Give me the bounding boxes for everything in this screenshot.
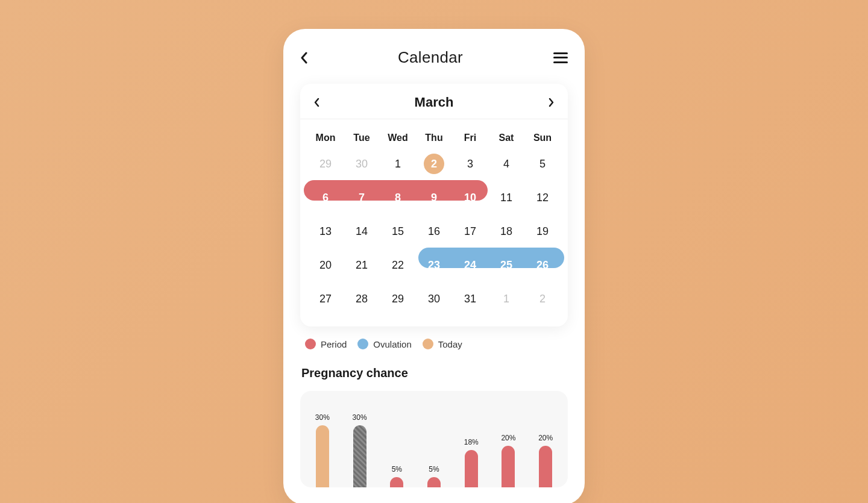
dow-label: Fri	[452, 128, 488, 147]
day-number: 23	[424, 255, 444, 275]
legend-ovulation-label: Ovulation	[373, 339, 411, 349]
day-number: 24	[460, 255, 480, 275]
day-number: 5	[532, 154, 553, 174]
day-cell[interactable]: 1	[380, 147, 416, 181]
bar-value-label: 30%	[315, 413, 330, 422]
day-number: 1	[496, 289, 517, 309]
day-number: 1	[388, 154, 408, 174]
legend-today: Today	[423, 339, 462, 349]
day-cell[interactable]: 1	[488, 282, 524, 316]
day-number: 22	[388, 255, 408, 275]
bar-value-label: 5%	[392, 465, 402, 473]
day-cell[interactable]: 4	[488, 147, 524, 181]
prev-month-icon[interactable]	[313, 98, 319, 107]
bar-fill	[316, 425, 329, 487]
day-number: 30	[351, 154, 372, 174]
day-cell[interactable]: 30	[416, 282, 452, 316]
chart-bar: 20%	[534, 403, 557, 487]
bar-fill	[465, 450, 478, 487]
day-number: 28	[351, 289, 372, 309]
day-number: 18	[496, 221, 517, 242]
day-number: 6	[315, 187, 336, 208]
day-number: 8	[388, 187, 408, 208]
today-dot-icon	[423, 339, 433, 349]
day-number: 2	[424, 154, 444, 174]
day-number: 17	[460, 221, 480, 242]
day-cell[interactable]: 8	[380, 181, 416, 214]
chart-bar: 30%	[348, 403, 371, 487]
day-cell[interactable]: 20	[307, 248, 344, 282]
day-cell[interactable]: 14	[344, 214, 380, 248]
dow-label: Thu	[416, 128, 452, 147]
bar-fill	[353, 425, 366, 487]
page-title: Calendar	[398, 48, 463, 67]
day-number: 13	[315, 221, 336, 242]
day-cell[interactable]: 21	[344, 248, 380, 282]
bar-fill	[502, 446, 515, 487]
day-number: 16	[424, 221, 444, 242]
day-cell[interactable]: 7	[344, 181, 380, 214]
menu-icon[interactable]	[553, 52, 568, 63]
bar-value-label: 20%	[501, 434, 515, 442]
bar-value-label: 18%	[464, 438, 479, 446]
day-cell[interactable]: 16	[416, 214, 452, 248]
day-cell[interactable]: 23	[416, 248, 452, 282]
bar-fill	[539, 446, 552, 487]
day-number: 21	[351, 255, 372, 275]
day-cell[interactable]: 29	[307, 147, 344, 181]
period-dot-icon	[305, 339, 316, 349]
calendar-card: March MonTueWedThuFriSatSun2930123456789…	[300, 84, 568, 326]
dow-label: Mon	[307, 128, 344, 147]
day-cell[interactable]: 12	[524, 181, 561, 214]
day-cell[interactable]: 17	[452, 214, 488, 248]
day-cell[interactable]: 30	[344, 147, 380, 181]
day-cell[interactable]: 19	[524, 214, 561, 248]
month-label: March	[415, 95, 454, 110]
app-header: Calendar	[300, 48, 568, 67]
day-cell[interactable]: 3	[452, 147, 488, 181]
day-cell[interactable]: 28	[344, 282, 380, 316]
bar-value-label: 30%	[353, 413, 367, 422]
day-number: 30	[424, 289, 444, 309]
day-cell[interactable]: 27	[307, 282, 344, 316]
day-cell[interactable]: 29	[380, 282, 416, 316]
day-number: 15	[388, 221, 408, 242]
day-number: 11	[496, 187, 517, 208]
day-cell[interactable]: 2	[416, 147, 452, 181]
legend-ovulation: Ovulation	[357, 339, 411, 349]
day-cell[interactable]: 22	[380, 248, 416, 282]
day-cell[interactable]: 24	[452, 248, 488, 282]
chart-bar: 18%	[460, 403, 483, 487]
day-cell[interactable]: 18	[488, 214, 524, 248]
day-cell[interactable]: 31	[452, 282, 488, 316]
day-number: 3	[460, 154, 480, 174]
day-cell[interactable]: 5	[524, 147, 561, 181]
pregnancy-chance-chart: 30%30%5%5%18%20%20%	[300, 391, 568, 487]
day-cell[interactable]: 26	[524, 248, 561, 282]
day-cell[interactable]: 10	[452, 181, 488, 214]
day-number: 26	[532, 255, 553, 275]
day-cell[interactable]: 13	[307, 214, 344, 248]
back-icon[interactable]	[300, 52, 307, 64]
chart-bar: 20%	[497, 403, 520, 487]
day-cell[interactable]: 6	[307, 181, 344, 214]
phone-frame: Calendar March MonTueWedThuFriSatSun2930…	[283, 29, 585, 503]
day-number: 4	[496, 154, 517, 174]
day-cell[interactable]: 9	[416, 181, 452, 214]
day-cell[interactable]: 25	[488, 248, 524, 282]
chart-bar: 5%	[423, 403, 445, 487]
day-number: 31	[460, 289, 480, 309]
day-cell[interactable]: 15	[380, 214, 416, 248]
day-cell[interactable]: 11	[488, 181, 524, 214]
next-month-icon[interactable]	[549, 98, 555, 107]
day-cell[interactable]: 2	[524, 282, 561, 316]
day-number: 2	[532, 289, 553, 309]
legend-period-label: Period	[321, 339, 347, 349]
bar-value-label: 5%	[429, 465, 439, 473]
day-number: 27	[315, 289, 336, 309]
legend-today-label: Today	[438, 339, 462, 349]
day-number: 29	[388, 289, 408, 309]
day-number: 19	[532, 221, 553, 242]
month-nav: March	[300, 84, 568, 119]
bar-fill	[427, 477, 441, 487]
